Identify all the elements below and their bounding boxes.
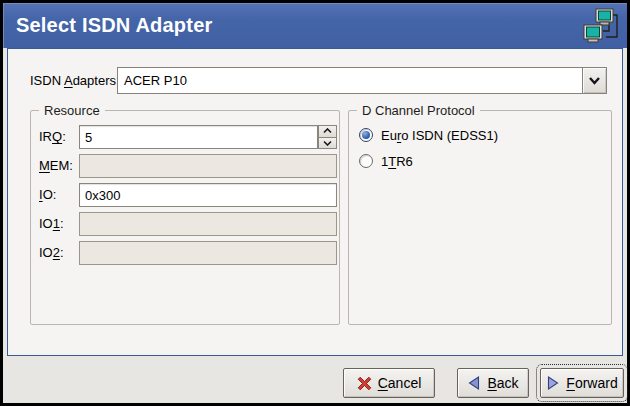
io-field[interactable] <box>79 183 337 207</box>
radio-unselected-icon[interactable] <box>359 154 373 168</box>
radio-1tr6-label[interactable]: 1TR6 <box>381 154 413 169</box>
isdn-adapters-combobox[interactable]: ACER P10 <box>117 67 607 94</box>
io1-field <box>79 212 337 236</box>
forward-button[interactable]: Forward <box>540 368 624 398</box>
cancel-button-label: Cancel <box>378 375 422 391</box>
forward-arrow-icon <box>546 375 560 391</box>
mem-label: MEM: <box>39 154 79 178</box>
radio-euro-isdn-label[interactable]: Euro ISDN (EDSS1) <box>381 128 498 143</box>
d-channel-protocol-group: D Channel Protocol Euro ISDN (EDSS1) 1TR… <box>348 110 612 325</box>
network-computers-icon <box>582 7 620 45</box>
d-channel-protocol-group-title: D Channel Protocol <box>357 103 480 118</box>
mem-field <box>79 154 337 178</box>
radio-euro-isdn[interactable]: Euro ISDN (EDSS1) <box>359 127 498 143</box>
resource-group-title: Resource <box>39 103 105 118</box>
spin-down-button[interactable] <box>318 138 337 150</box>
select-isdn-adapter-dialog: Select ISDN Adapter ISDN Adapters: ACER … <box>0 0 630 406</box>
io1-label: IO1: <box>39 212 79 236</box>
back-button[interactable]: Back <box>457 368 529 398</box>
combo-dropdown-button[interactable] <box>582 68 606 93</box>
radio-1tr6[interactable]: 1TR6 <box>359 153 413 169</box>
io2-label: IO2: <box>39 241 79 265</box>
dialog-titlebar: Select ISDN Adapter <box>3 3 627 48</box>
irq-spinner[interactable] <box>318 125 337 149</box>
back-button-label: Back <box>487 375 518 391</box>
spin-down-icon <box>323 140 332 146</box>
isdn-adapters-value[interactable]: ACER P10 <box>118 68 582 93</box>
io-label: IO: <box>39 183 79 207</box>
isdn-adapters-label: ISDN Adapters: <box>30 67 120 94</box>
io2-field <box>79 241 337 265</box>
radio-selected-icon[interactable] <box>359 128 373 142</box>
back-arrow-icon <box>467 375 481 391</box>
page-title: Select ISDN Adapter <box>3 14 212 37</box>
resource-group: Resource IRQ: MEM: IO: <box>30 110 340 325</box>
irq-label: IRQ: <box>39 125 79 149</box>
chevron-down-icon <box>588 76 601 85</box>
spin-up-icon <box>323 128 332 134</box>
irq-field[interactable] <box>79 125 318 149</box>
cancel-x-icon <box>357 376 372 391</box>
spin-up-button[interactable] <box>318 125 337 138</box>
forward-button-label: Forward <box>566 375 617 391</box>
cancel-button[interactable]: Cancel <box>343 368 435 398</box>
